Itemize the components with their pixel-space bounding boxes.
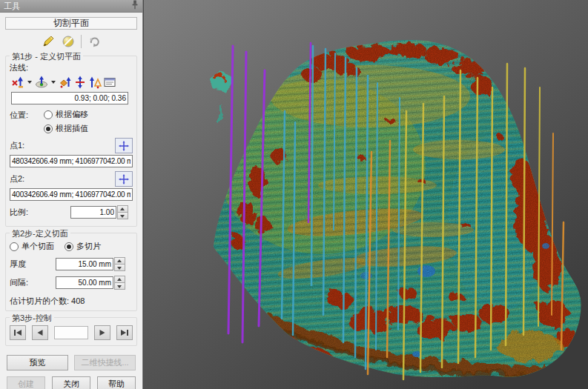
last-slice-button[interactable] — [116, 325, 133, 340]
ratio-spinner — [117, 205, 128, 219]
create-button[interactable]: 创建 — [7, 376, 45, 389]
radio-single-section-circle[interactable] — [10, 242, 19, 251]
panel-titlebar[interactable]: 工具 — [0, 0, 142, 13]
normal-vector-input[interactable] — [11, 92, 128, 104]
radio-by-interpolation-label: 根据插值 — [56, 123, 88, 134]
step3-group: 第3步-控制 — [5, 317, 137, 346]
radio-by-offset[interactable]: 根据偏移 — [44, 109, 88, 120]
ratio-label: 比例: — [10, 207, 62, 218]
previous-slice-button[interactable] — [32, 325, 48, 340]
interval-spinner — [114, 276, 125, 290]
ratio-input[interactable] — [70, 206, 116, 219]
pick-points-normal-icon[interactable] — [59, 76, 72, 89]
point2-pick-button[interactable] — [115, 171, 133, 187]
application-window: 工具 切割平面 — [0, 0, 588, 389]
slice-index-field[interactable] — [54, 326, 88, 339]
point1-label: 点1: — [10, 140, 24, 151]
axis-normal-dropdown-icon[interactable] — [27, 81, 32, 84]
radio-multi-slice[interactable]: 多切片 — [65, 241, 101, 252]
radio-by-offset-label: 根据偏移 — [56, 109, 88, 120]
first-slice-button[interactable] — [10, 325, 26, 340]
radio-by-interpolation[interactable]: 根据插值 — [44, 123, 88, 134]
toolbar-separator — [81, 35, 82, 48]
radio-single-section-label: 单个切面 — [22, 241, 54, 252]
step2-group: 第2步-定义切面 单个切面 多切片 厚度 — [5, 233, 137, 311]
point1-pick-button[interactable] — [115, 138, 133, 153]
radio-by-offset-circle[interactable] — [44, 110, 53, 119]
radio-single-section[interactable]: 单个切面 — [10, 241, 54, 252]
help-button[interactable]: 帮助 — [97, 376, 136, 389]
normal-icon-row — [11, 76, 133, 89]
manual-entry-icon[interactable] — [103, 76, 116, 89]
panel-toolbar — [4, 32, 139, 51]
panel-title: 工具 — [4, 0, 20, 12]
step1-group: 第1步 - 定义切平面 法线: — [5, 56, 137, 227]
radio-by-interpolation-circle[interactable] — [44, 124, 53, 133]
thickness-label: 厚度 — [10, 259, 56, 270]
interval-spin-down-icon[interactable] — [114, 282, 125, 290]
step3-title: 第3步-控制 — [10, 313, 54, 324]
axis-normal-icon[interactable] — [11, 76, 24, 89]
plane-normal-dropdown-icon[interactable] — [51, 81, 56, 84]
plane-normal-icon[interactable] — [35, 76, 48, 89]
pin-icon[interactable] — [131, 0, 139, 13]
ratio-spin-down-icon[interactable] — [117, 212, 128, 219]
thickness-input[interactable] — [56, 258, 113, 270]
pick-tool-icon[interactable] — [87, 34, 102, 49]
point2-input[interactable] — [10, 188, 133, 201]
step1-title: 第1步 - 定义切平面 — [10, 51, 83, 62]
close-button[interactable]: 关闭 — [52, 376, 90, 389]
radio-multi-slice-circle[interactable] — [65, 242, 73, 251]
flip-normal-icon[interactable] — [73, 76, 87, 89]
preview-button[interactable]: 预览 — [7, 355, 68, 370]
quick-2d-lines-button[interactable]: 二维快捷线... — [74, 355, 136, 370]
interval-input[interactable] — [56, 276, 113, 289]
next-slice-button[interactable] — [94, 325, 110, 340]
step2-title: 第2步-定义切面 — [10, 228, 70, 239]
viewport-3d[interactable] — [144, 0, 588, 389]
position-label: 位置: — [10, 109, 44, 121]
thickness-spinner — [114, 257, 125, 271]
point1-input[interactable] — [10, 155, 133, 167]
normal-label: 法线: — [10, 62, 133, 73]
cut-plane-header: 切割平面 — [5, 17, 137, 30]
slice-count-estimate: 估计切片的个数: 408 — [10, 296, 133, 307]
radio-multi-slice-label: 多切片 — [76, 241, 101, 252]
point2-label: 点2: — [10, 173, 24, 184]
align-normal-icon[interactable] — [88, 76, 102, 89]
thickness-spin-down-icon[interactable] — [114, 264, 125, 271]
interval-label: 间隔: — [10, 277, 56, 288]
fit-plane-icon[interactable] — [61, 34, 76, 49]
tools-panel: 工具 切割平面 — [0, 0, 143, 389]
draw-slice-icon[interactable] — [41, 34, 56, 49]
panel-body: 切割平面 — [0, 13, 142, 389]
